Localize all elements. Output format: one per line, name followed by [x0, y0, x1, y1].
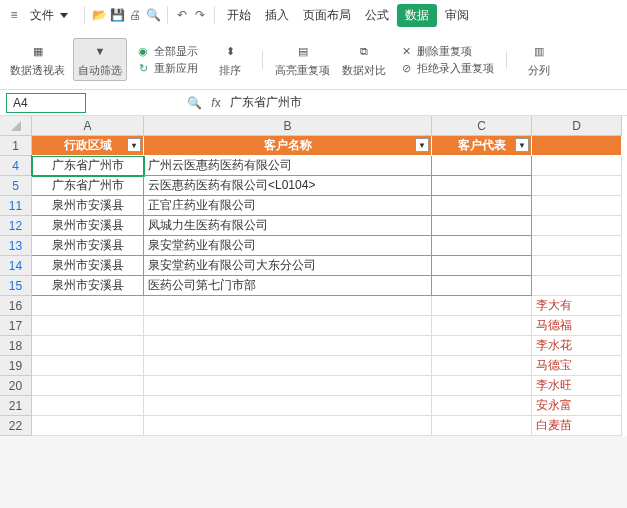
row-header[interactable]: 22 — [0, 416, 32, 436]
cell-customer[interactable]: 泉安堂药业有限公司大东分公司 — [144, 256, 432, 276]
spreadsheet-grid[interactable]: A B C D 1行政区域▾客户名称▼客户代表▼4广东省广州市广州云医惠药医药有… — [0, 116, 627, 436]
save-icon[interactable]: 💾 — [109, 7, 125, 23]
cell-region[interactable]: 泉州市安溪县 — [32, 216, 144, 236]
cell-rep[interactable] — [432, 356, 532, 376]
col-header-a[interactable]: A — [32, 116, 144, 136]
cell-d[interactable]: 白麦苗 — [532, 416, 622, 436]
select-all-corner[interactable] — [0, 116, 32, 136]
cell-d[interactable] — [532, 156, 622, 176]
tab-review[interactable]: 审阅 — [439, 3, 475, 28]
redo-icon[interactable]: ↷ — [192, 7, 208, 23]
cell-d[interactable]: 李大有 — [532, 296, 622, 316]
cell-d[interactable]: 马德福 — [532, 316, 622, 336]
cell-region[interactable]: 泉州市安溪县 — [32, 196, 144, 216]
cell-rep[interactable] — [432, 316, 532, 336]
cell-customer[interactable] — [144, 396, 432, 416]
table-header-a[interactable]: 行政区域▾ — [32, 136, 144, 156]
cell-customer[interactable] — [144, 416, 432, 436]
cell-d[interactable]: 李水花 — [532, 336, 622, 356]
cell-rep[interactable] — [432, 416, 532, 436]
cell-region[interactable] — [32, 376, 144, 396]
cell-rep[interactable] — [432, 216, 532, 236]
cell-region[interactable] — [32, 296, 144, 316]
cell[interactable] — [532, 136, 622, 156]
row-header[interactable]: 4 — [0, 156, 32, 176]
cell-d[interactable] — [532, 236, 622, 256]
cell-region[interactable]: 广东省广州市 — [32, 176, 144, 196]
menu-icon[interactable]: ≡ — [6, 7, 22, 23]
cell-d[interactable]: 李水旺 — [532, 376, 622, 396]
cell-region[interactable] — [32, 316, 144, 336]
tab-layout[interactable]: 页面布局 — [297, 3, 357, 28]
table-header-c[interactable]: 客户代表▼ — [432, 136, 532, 156]
cell-customer[interactable] — [144, 376, 432, 396]
lookup-icon[interactable]: 🔍 — [186, 95, 202, 111]
showall-button[interactable]: ◉全部显示 — [135, 43, 198, 59]
autofilter-button[interactable]: ▼ 自动筛选 — [73, 38, 127, 81]
filter-button[interactable]: ▼ — [515, 138, 529, 152]
cell-rep[interactable] — [432, 336, 532, 356]
row-header[interactable]: 14 — [0, 256, 32, 276]
cell-rep[interactable] — [432, 296, 532, 316]
row-header[interactable]: 12 — [0, 216, 32, 236]
cell-region[interactable]: 泉州市安溪县 — [32, 256, 144, 276]
cell-region[interactable]: 泉州市安溪县 — [32, 236, 144, 256]
fx-icon[interactable]: fx — [208, 95, 224, 111]
cell-customer[interactable]: 凤城力生医药有限公司 — [144, 216, 432, 236]
cell-rep[interactable] — [432, 196, 532, 216]
cell-d[interactable] — [532, 256, 622, 276]
formula-text[interactable]: 广东省广州市 — [230, 94, 302, 111]
cell-rep[interactable] — [432, 176, 532, 196]
pivot-button[interactable]: ▦ 数据透视表 — [6, 39, 69, 80]
tab-insert[interactable]: 插入 — [259, 3, 295, 28]
row-header[interactable]: 1 — [0, 136, 32, 156]
col-header-b[interactable]: B — [144, 116, 432, 136]
table-header-b[interactable]: 客户名称▼ — [144, 136, 432, 156]
row-header[interactable]: 21 — [0, 396, 32, 416]
cell-customer[interactable] — [144, 336, 432, 356]
open-icon[interactable]: 📂 — [91, 7, 107, 23]
cell-customer[interactable] — [144, 316, 432, 336]
row-header[interactable]: 5 — [0, 176, 32, 196]
cell-region[interactable] — [32, 356, 144, 376]
reapply-button[interactable]: ↻重新应用 — [135, 60, 198, 76]
undo-icon[interactable]: ↶ — [174, 7, 190, 23]
row-header[interactable]: 20 — [0, 376, 32, 396]
cell-region[interactable]: 广东省广州市 — [32, 156, 144, 176]
rejectdup-button[interactable]: ⊘拒绝录入重复项 — [398, 60, 494, 76]
tab-formula[interactable]: 公式 — [359, 3, 395, 28]
row-header[interactable]: 11 — [0, 196, 32, 216]
cell-rep[interactable] — [432, 236, 532, 256]
col-header-c[interactable]: C — [432, 116, 532, 136]
cell-d[interactable]: 安永富 — [532, 396, 622, 416]
tab-start[interactable]: 开始 — [221, 3, 257, 28]
cell-rep[interactable] — [432, 376, 532, 396]
cell-d[interactable] — [532, 176, 622, 196]
highlight-dup-button[interactable]: ▤ 高亮重复项 — [271, 39, 334, 80]
cell-customer[interactable]: 医药公司第七门市部 — [144, 276, 432, 296]
cell-region[interactable] — [32, 416, 144, 436]
deldup-button[interactable]: ✕删除重复项 — [398, 43, 494, 59]
cell-customer[interactable]: 正官庄药业有限公司 — [144, 196, 432, 216]
cell-rep[interactable] — [432, 156, 532, 176]
cell-d[interactable] — [532, 196, 622, 216]
row-header[interactable]: 17 — [0, 316, 32, 336]
row-header[interactable]: 19 — [0, 356, 32, 376]
cell-d[interactable]: 马德宝 — [532, 356, 622, 376]
cell-customer[interactable]: 泉安堂药业有限公司 — [144, 236, 432, 256]
row-header[interactable]: 18 — [0, 336, 32, 356]
tab-data[interactable]: 数据 — [397, 4, 437, 27]
filter-button[interactable]: ▼ — [415, 138, 429, 152]
cell-rep[interactable] — [432, 256, 532, 276]
sort-button[interactable]: ⬍ 排序 — [206, 39, 254, 80]
cell-d[interactable] — [532, 216, 622, 236]
cell-d[interactable] — [532, 276, 622, 296]
file-menu[interactable]: 文件 — [24, 3, 78, 28]
cell-region[interactable] — [32, 336, 144, 356]
split-button[interactable]: ▥ 分列 — [515, 39, 563, 80]
row-header[interactable]: 16 — [0, 296, 32, 316]
row-header[interactable]: 15 — [0, 276, 32, 296]
cell-customer[interactable]: 云医惠药医药有限公司<L0104> — [144, 176, 432, 196]
row-header[interactable]: 13 — [0, 236, 32, 256]
compare-button[interactable]: ⧉ 数据对比 — [338, 39, 390, 80]
